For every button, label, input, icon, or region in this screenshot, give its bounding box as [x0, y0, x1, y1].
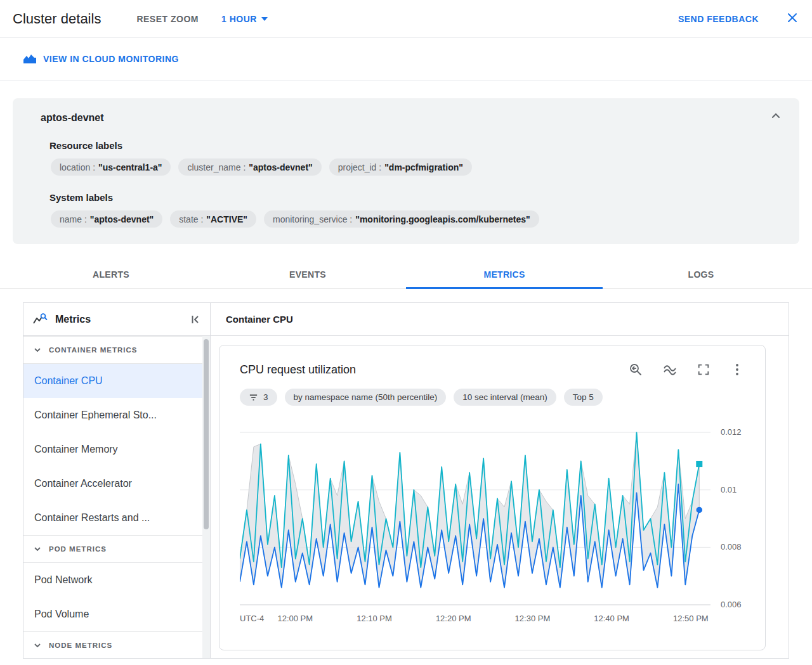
sidebar-item-pod-volume[interactable]: Pod Volume — [23, 597, 210, 631]
area-chart-icon — [662, 362, 678, 377]
metrics-content-panel: Metrics CONTAINER METRICS Container CPU … — [23, 302, 789, 659]
sidebar-item-pod-network[interactable]: Pod Network — [23, 563, 210, 597]
chevron-up-icon — [770, 112, 782, 120]
reset-zoom-button[interactable]: RESET ZOOM — [136, 14, 199, 24]
svg-text:12:20 PM: 12:20 PM — [436, 614, 471, 623]
fullscreen-icon — [697, 363, 710, 377]
filter-count-chip[interactable]: 3 — [240, 389, 277, 406]
monitoring-chart-icon — [23, 54, 37, 64]
metrics-sidebar: Metrics CONTAINER METRICS Container CPU … — [23, 303, 211, 658]
collapse-panel-icon — [190, 314, 201, 325]
metrics-list: CONTAINER METRICS Container CPU Containe… — [23, 336, 210, 658]
chart-fullscreen-button[interactable] — [697, 363, 710, 377]
more-vert-icon — [730, 362, 745, 377]
resource-labels-title: Resource labels — [49, 140, 784, 151]
chip-key: monitoring_service : — [273, 214, 352, 224]
top5-chip[interactable]: Top 5 — [564, 389, 603, 406]
groupby-chip[interactable]: by namespace name (50th percentile) — [285, 389, 447, 406]
main-heading: Container CPU — [211, 303, 789, 336]
caret-down-icon — [261, 17, 268, 21]
section-label: NODE METRICS — [49, 642, 112, 649]
svg-text:UTC-4: UTC-4 — [240, 614, 264, 623]
tab-alerts[interactable]: ALERTS — [13, 260, 209, 288]
view-in-monitoring-label: VIEW IN CLOUD MONITORING — [43, 54, 179, 64]
svg-text:12:10 PM: 12:10 PM — [357, 614, 392, 623]
chart-title: CPU request utilization — [240, 363, 628, 377]
system-labels-title: System labels — [49, 192, 784, 203]
chip-key: name : — [60, 214, 87, 224]
svg-text:12:00 PM: 12:00 PM — [277, 614, 313, 623]
close-button[interactable] — [785, 11, 799, 27]
metrics-sidebar-header: Metrics — [23, 303, 210, 336]
top-bar: Cluster details RESET ZOOM 1 HOUR SEND F… — [0, 0, 812, 38]
cpu-chart-svg[interactable]: 0.0120.010.0080.006UTC-412:00 PM12:10 PM… — [240, 415, 747, 628]
chevron-down-icon — [34, 545, 41, 553]
chevron-down-icon — [34, 346, 41, 354]
filter-icon — [249, 393, 258, 402]
chart-more-options-button[interactable] — [730, 362, 745, 377]
cluster-summary-card: aptos-devnet Resource labels location : … — [13, 98, 799, 244]
svg-text:0.006: 0.006 — [721, 600, 742, 609]
zoom-out-icon — [628, 362, 643, 377]
chart-mode-button[interactable] — [662, 362, 678, 377]
chip-key: state : — [179, 214, 203, 224]
tab-metrics[interactable]: METRICS — [406, 260, 603, 288]
send-feedback-button[interactable]: SEND FEEDBACK — [678, 14, 759, 24]
section-label: CONTAINER METRICS — [49, 346, 137, 354]
chip-key: project_id : — [338, 162, 381, 172]
section-pod-metrics[interactable]: POD METRICS — [23, 535, 210, 563]
page-title: Cluster details — [13, 11, 101, 27]
cpu-chart[interactable]: 0.0120.010.0080.006UTC-412:00 PM12:10 PM… — [240, 415, 745, 630]
chart-filter-row: 3 by namespace name (50th percentile) 10… — [240, 389, 745, 406]
svg-text:0.012: 0.012 — [721, 427, 742, 437]
collapse-sidebar-button[interactable] — [190, 314, 201, 325]
chip-value: "ACTIVE" — [206, 214, 247, 224]
sidebar-item-container-ephemeral-storage[interactable]: Container Ephemeral Sto... — [23, 398, 210, 432]
interval-chip[interactable]: 10 sec interval (mean) — [454, 389, 556, 406]
svg-text:12:30 PM: 12:30 PM — [515, 614, 551, 623]
chip-value: "aptos-devnet" — [90, 214, 154, 224]
chart-toolbar — [628, 362, 745, 377]
time-range-select[interactable]: 1 HOUR — [221, 14, 268, 24]
section-node-metrics[interactable]: NODE METRICS — [23, 631, 210, 658]
chart-zoom-out-button[interactable] — [628, 362, 643, 377]
tab-events[interactable]: EVENTS — [209, 260, 406, 288]
collapse-card-button[interactable] — [766, 111, 785, 123]
label-chip-project-id: project_id : "dm-pcfmigration" — [329, 158, 472, 176]
chip-value: "aptos-devnet" — [249, 162, 312, 172]
chart-card: CPU request utilization — [219, 345, 766, 650]
svg-text:0.01: 0.01 — [721, 485, 737, 494]
metrics-explorer-icon — [32, 313, 48, 326]
label-chip-state: state : "ACTIVE" — [170, 210, 256, 228]
svg-text:12:40 PM: 12:40 PM — [594, 614, 629, 623]
cluster-name: aptos-devnet — [41, 110, 784, 124]
label-chip-name: name : "aptos-devnet" — [51, 210, 162, 228]
sidebar-scrollbar-thumb[interactable] — [204, 339, 209, 529]
chevron-down-icon — [34, 642, 41, 649]
view-in-monitoring-link[interactable]: VIEW IN CLOUD MONITORING — [23, 54, 179, 64]
chart-main-area: Container CPU CPU request utilization — [211, 303, 789, 658]
sidebar-item-container-cpu[interactable]: Container CPU — [23, 364, 210, 398]
section-container-metrics[interactable]: CONTAINER METRICS — [23, 336, 210, 364]
svg-text:0.008: 0.008 — [721, 542, 742, 552]
tab-bar: ALERTS EVENTS METRICS LOGS — [0, 260, 812, 289]
sidebar-scrollbar-track[interactable] — [202, 336, 210, 658]
chip-value: "monitoring.googleapis.com/kubernetes" — [355, 214, 530, 224]
sidebar-item-container-accelerator[interactable]: Container Accelerator — [23, 467, 210, 501]
close-icon — [787, 12, 798, 23]
time-range-label: 1 HOUR — [221, 14, 257, 24]
chip-key: cluster_name : — [187, 162, 246, 172]
metrics-sidebar-title: Metrics — [55, 314, 182, 325]
sidebar-item-container-restarts[interactable]: Container Restarts and ... — [23, 501, 210, 535]
sub-bar: VIEW IN CLOUD MONITORING — [0, 38, 812, 81]
section-label: POD METRICS — [49, 545, 107, 553]
sidebar-item-container-memory[interactable]: Container Memory — [23, 432, 210, 467]
label-chip-cluster-name: cluster_name : "aptos-devnet" — [178, 158, 321, 176]
label-chip-monitoring-service: monitoring_service : "monitoring.googlea… — [264, 210, 539, 228]
chip-value: "us-central1-a" — [98, 162, 162, 172]
svg-text:12:50 PM: 12:50 PM — [673, 614, 709, 623]
resource-labels-row: location : "us-central1-a" cluster_name … — [51, 158, 784, 176]
system-labels-row: name : "aptos-devnet" state : "ACTIVE" m… — [51, 210, 784, 228]
tab-logs[interactable]: LOGS — [603, 260, 799, 288]
filter-count: 3 — [263, 392, 268, 402]
